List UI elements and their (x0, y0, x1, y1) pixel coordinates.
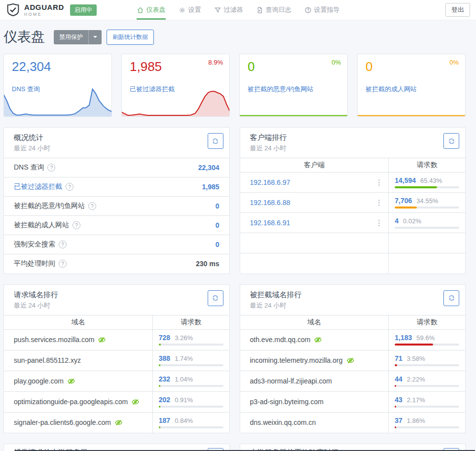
stat-row-label: 已被过滤器拦截 ? (14, 182, 73, 191)
eye-off-icon[interactable] (347, 357, 354, 364)
stat-cards-row: 22,304 DNS 查询 1,985 已被过滤器拦截 8.9% 0 被拦截的恶… (3, 54, 466, 117)
queried-domains-table: 域名 请求数 push.services.mozilla.com 728 (4, 315, 229, 433)
progress-bar (395, 344, 459, 346)
column-header-requests: 请求数 (389, 315, 465, 329)
kebab-menu-icon[interactable] (377, 178, 381, 187)
help-icon[interactable]: ? (66, 183, 73, 191)
request-percent: 34.55% (416, 197, 438, 205)
request-count: 43 (395, 396, 403, 404)
nav-label: 过滤器 (224, 5, 243, 14)
client-link[interactable]: 192.168.6.88 (250, 199, 291, 207)
kebab-menu-icon[interactable] (377, 218, 381, 228)
eye-off-icon[interactable] (68, 378, 75, 385)
domain-name: incoming.telemetry.mozilla.org (250, 356, 343, 364)
progress-bar (159, 426, 223, 428)
stat-row: 已被过滤器拦截 ? 1,985 (4, 177, 229, 196)
help-icon[interactable]: ? (73, 221, 80, 229)
request-percent: 1.04% (175, 376, 193, 383)
stat-value: 22,304 (12, 60, 104, 74)
column-header-client: 客户端 (240, 158, 389, 173)
brand-name: ADGUARD (24, 3, 64, 11)
panel-subtitle: 最近 24 小时 (14, 301, 220, 310)
nav-label: 仪表盘 (146, 5, 166, 14)
nav-item-setup-guide[interactable]: 设置指导 (304, 0, 340, 20)
eye-off-icon[interactable] (98, 336, 106, 344)
refresh-button[interactable] (443, 290, 459, 306)
refresh-statistics-button[interactable]: 刷新统计数据 (107, 30, 154, 45)
panel-title: 概况统计 (14, 133, 220, 142)
stat-percent: 0% (449, 59, 459, 66)
stat-row: 强制安全搜索 ? 0 (4, 235, 229, 254)
progress-bar (159, 364, 223, 366)
progress-bar (395, 186, 459, 188)
help-icon[interactable]: ? (88, 202, 96, 210)
filter-icon (214, 6, 221, 14)
empty-row (240, 253, 466, 274)
domain-name: ads3-normal-lf.zijieapi.com (250, 377, 332, 385)
sparkline-chart (239, 87, 348, 116)
column-header-requests: 请求数 (152, 315, 229, 329)
nav-item-filters[interactable]: 过滤器 (214, 0, 243, 20)
dashboard-icon (137, 6, 144, 14)
stat-card: 0 被拦截的成人网站 0% (357, 54, 466, 117)
request-percent: 3.58% (407, 355, 425, 362)
refresh-button[interactable] (443, 133, 459, 149)
stat-row-label: 平均处理时间 ? (14, 259, 67, 268)
eye-off-icon[interactable] (115, 419, 122, 426)
chevron-down-icon (93, 36, 97, 40)
refresh-icon (212, 138, 219, 145)
nav-label: 设置指导 (314, 5, 340, 14)
request-percent: 1.74% (175, 355, 193, 362)
stat-value: 0 (366, 60, 457, 74)
request-percent: 2.22% (407, 376, 425, 383)
request-count: 44 (395, 375, 403, 383)
kebab-menu-icon[interactable] (377, 198, 381, 208)
domain-name: play.google.com (14, 377, 64, 385)
stat-card: 0 被拦截的恶意/钓鱼网站 0% (239, 54, 348, 117)
client-link[interactable]: 192.168.6.97 (250, 178, 291, 186)
stat-row-value: 0 (216, 221, 220, 229)
nav-item-dashboard[interactable]: 仪表盘 (137, 0, 166, 20)
stat-row-value: 0 (216, 202, 220, 210)
log-icon (256, 6, 263, 14)
domain-row: push.services.mozilla.com 728 3.26% (4, 329, 229, 350)
client-row: 192.168.6.91 4 0.02% (240, 213, 466, 233)
domain-row: optimizationguide-pa.googleapis.com 202 … (4, 391, 229, 412)
progress-bar (395, 426, 459, 428)
request-count: 4 (395, 217, 399, 225)
domain-row: incoming.telemetry.mozilla.org 71 3.58% (240, 350, 466, 371)
column-header-domain: 域名 (240, 315, 389, 329)
help-icon[interactable]: ? (47, 164, 55, 172)
logout-button[interactable]: 登出 (445, 3, 470, 17)
eye-off-icon[interactable] (314, 336, 322, 344)
progress-bar (159, 344, 223, 346)
nav-item-query-log[interactable]: 查询日志 (256, 0, 292, 20)
stat-row-label: DNS 查询 ? (14, 163, 55, 172)
request-count: 388 (159, 354, 170, 362)
adguard-logo[interactable]: ADGUARD HOME (6, 2, 64, 17)
progress-bar (395, 406, 459, 408)
progress-bar (395, 385, 459, 387)
disable-protection-dropdown[interactable] (88, 30, 102, 44)
disable-protection-button[interactable]: 禁用保护 (54, 30, 88, 44)
help-icon[interactable]: ? (59, 241, 67, 248)
request-count: 14,594 (395, 176, 416, 184)
refresh-button[interactable] (208, 290, 223, 306)
general-stats-list: DNS 查询 ? 22,304 已被过滤器拦截 ? 1,985 被拦截的恶意/钓… (4, 158, 229, 273)
stat-row: DNS 查询 ? 22,304 (4, 158, 229, 177)
domain-name: signaler-pa.clients6.google.com (14, 418, 111, 426)
nav-item-settings[interactable]: 设置 (179, 0, 201, 20)
request-percent: 0.91% (175, 396, 193, 404)
nav-label: 设置 (188, 5, 201, 14)
page-title: 仪表盘 (3, 28, 45, 46)
domain-row: sun-panel.855112.xyz 388 1.74% (4, 350, 229, 371)
help-icon[interactable]: ? (59, 260, 67, 268)
eye-off-icon[interactable] (132, 398, 139, 406)
refresh-button[interactable] (208, 133, 223, 149)
client-row: 192.168.6.97 14,594 65.43% (240, 173, 466, 193)
client-link[interactable]: 192.168.6.91 (250, 219, 291, 227)
stat-percent: 8.9% (208, 59, 223, 66)
column-header-requests: 请求数 (389, 158, 465, 173)
stat-row-value: 1,985 (202, 183, 219, 191)
sparkline-chart (121, 87, 230, 116)
